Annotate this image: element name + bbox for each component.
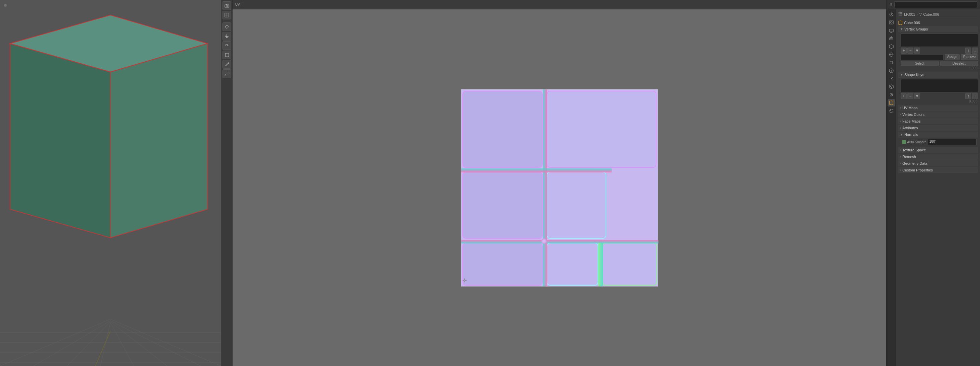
view-layer-icon-btn[interactable] <box>888 35 895 42</box>
vertex-groups-controls: + − ▼ ↑ ↓ <box>901 48 978 54</box>
geometry-data-arrow: › <box>900 162 901 165</box>
scene-icon-small: 🎬 <box>898 12 903 16</box>
shape-keys-header[interactable]: ▼ Shape Keys <box>898 72 978 78</box>
vertex-groups-list[interactable] <box>901 34 978 47</box>
svg-point-51 <box>892 80 893 80</box>
breadcrumb-separator: › <box>916 13 918 16</box>
svg-marker-1 <box>10 43 110 238</box>
attributes-header[interactable]: › Attributes <box>898 125 978 131</box>
assign-btn[interactable]: Assign <box>945 54 959 60</box>
deselect-btn[interactable]: Deselect <box>940 61 978 66</box>
normals-header[interactable]: ▼ Normals <box>898 132 978 137</box>
auto-smooth-row: Auto Smooth 180° <box>901 138 978 145</box>
uv-maps-section: › UV Maps <box>898 105 978 111</box>
scene-icon-btn[interactable] <box>888 11 895 18</box>
properties-panel: ⚙ <box>886 0 980 366</box>
select-btn[interactable]: Select <box>901 61 939 66</box>
custom-properties-arrow: › <box>900 168 901 172</box>
svg-point-48 <box>890 77 890 78</box>
shape-keys-up-btn[interactable]: ↑ <box>965 93 971 99</box>
remove-btn[interactable]: Remove <box>961 54 978 60</box>
physics-icon-btn[interactable] <box>888 83 895 90</box>
svg-point-49 <box>892 77 893 78</box>
svg-point-53 <box>890 109 893 112</box>
shape-keys-remove-btn[interactable]: − <box>907 93 913 99</box>
vertex-groups-add-btn[interactable]: + <box>901 48 907 54</box>
uv-editor[interactable]: UV <box>232 0 886 366</box>
svg-point-47 <box>891 78 892 79</box>
scene-props-icon-btn[interactable] <box>888 43 895 50</box>
camera-icon[interactable] <box>223 2 231 10</box>
normals-label: Normals <box>904 133 918 137</box>
rotate-icon[interactable] <box>223 41 231 50</box>
cursor-icon[interactable] <box>223 22 231 31</box>
vertex-weight-input[interactable] <box>901 54 943 60</box>
particles-icon-btn[interactable] <box>888 75 895 82</box>
data-icon-btn[interactable] <box>888 99 895 107</box>
auto-smooth-value[interactable]: 180° <box>928 139 977 145</box>
svg-line-11 <box>110 323 134 366</box>
svg-line-31 <box>228 56 229 57</box>
remesh-label: Remesh <box>902 155 916 159</box>
breadcrumb-scene: LP.001 <box>904 13 915 16</box>
remesh-header[interactable]: › Remesh <box>898 154 978 160</box>
svg-line-12 <box>110 322 167 366</box>
remesh-arrow: › <box>900 155 901 158</box>
properties-search-input[interactable] <box>894 2 977 8</box>
object-icon-btn[interactable] <box>888 59 895 66</box>
shape-keys-menu-btn[interactable]: ▼ <box>914 93 920 99</box>
modifier-icon-btn[interactable] <box>888 67 895 74</box>
auto-smooth-checkbox-group: Auto Smooth <box>902 140 926 144</box>
texture-space-label: Texture Space <box>902 148 926 152</box>
viewport-3d[interactable] <box>0 0 221 366</box>
svg-point-50 <box>890 80 890 80</box>
uv-maps-header[interactable]: › UV Maps <box>898 105 978 111</box>
normals-arrow: ▼ <box>900 133 903 136</box>
svg-line-10 <box>100 323 110 366</box>
vertex-colors-label: Vertex Colors <box>902 112 924 117</box>
scale-icon[interactable] <box>223 51 231 59</box>
shape-keys-add-btn[interactable]: + <box>901 93 907 99</box>
vertex-groups-header[interactable]: ▼ Vertex Groups <box>898 26 978 32</box>
auto-smooth-label: Auto Smooth <box>907 140 926 144</box>
vertex-groups-up-btn[interactable]: ↑ <box>965 48 971 54</box>
geometry-data-header[interactable]: › Geometry Data <box>898 160 978 166</box>
uv-canvas[interactable]: ✛ <box>232 10 886 366</box>
breadcrumb: 🎬 LP.001 › ▽ Cube.006 <box>898 11 978 18</box>
shape-keys-list[interactable] <box>901 79 978 93</box>
constraints-icon-btn[interactable] <box>888 91 895 98</box>
output-icon-btn[interactable] <box>888 27 895 34</box>
normals-content: Auto Smooth 180° <box>898 137 978 146</box>
normals-section: ▼ Normals Auto Smooth 180° <box>898 132 978 146</box>
vertex-colors-header[interactable]: › Vertex Colors <box>898 112 978 118</box>
custom-properties-header[interactable]: › Custom Properties <box>898 167 978 173</box>
render-icon[interactable] <box>223 11 231 19</box>
world-icon-btn[interactable] <box>888 51 895 58</box>
annotate-icon[interactable] <box>223 60 231 69</box>
svg-rect-18 <box>226 4 227 5</box>
material-icon-btn[interactable] <box>888 107 895 115</box>
svg-point-35 <box>890 21 892 24</box>
vertex-groups-down-btn[interactable]: ↓ <box>972 48 978 54</box>
breadcrumb-object: Cube.006 <box>923 13 939 16</box>
uv-maps-arrow: › <box>900 106 901 110</box>
vertex-groups-menu-btn[interactable]: ▼ <box>914 48 920 54</box>
svg-rect-36 <box>889 29 893 32</box>
face-maps-arrow: › <box>900 120 901 123</box>
toolbar-vertical <box>221 0 232 366</box>
face-maps-header[interactable]: › Face Maps <box>898 118 978 124</box>
shape-keys-controls: + − ▼ ↑ ↓ <box>901 93 978 99</box>
shape-keys-down-btn[interactable]: ↓ <box>972 93 978 99</box>
svg-line-29 <box>228 53 229 54</box>
properties-header: ⚙ <box>887 0 980 10</box>
attributes-section: › Attributes <box>898 125 978 131</box>
svg-point-22 <box>226 26 228 28</box>
texture-space-header[interactable]: › Texture Space <box>898 147 978 153</box>
shape-keys-section: ▼ Shape Keys + − ▼ ↑ ↓ 0.000 <box>898 72 978 104</box>
move-icon[interactable] <box>223 32 231 40</box>
vertex-groups-remove-btn[interactable]: − <box>907 48 913 54</box>
render-settings-icon-btn[interactable] <box>888 19 895 26</box>
object-header: Cube.006 <box>898 19 978 26</box>
eyedropper-icon[interactable] <box>223 69 231 78</box>
auto-smooth-checkbox[interactable] <box>902 140 906 144</box>
